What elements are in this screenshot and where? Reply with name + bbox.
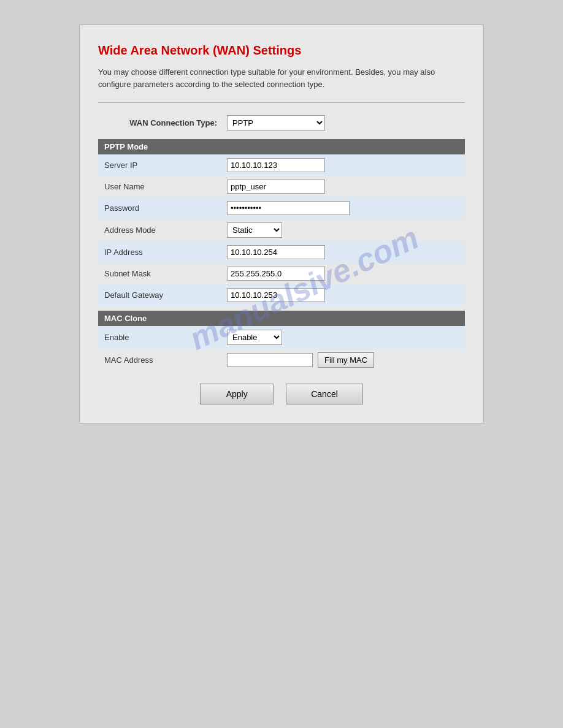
table-row: Server IP: [98, 154, 465, 176]
divider: [98, 102, 465, 103]
ip-address-label: IP Address: [98, 241, 221, 263]
table-row: Default Gateway: [98, 284, 465, 306]
password-input[interactable]: [227, 201, 350, 215]
user-name-label: User Name: [98, 176, 221, 197]
server-ip-label: Server IP: [98, 154, 221, 176]
wan-connection-type-label: WAN Connection Type:: [104, 118, 227, 127]
table-row: MAC Address Fill my MAC: [98, 349, 465, 371]
mac-clone-table: Enable Enable Disable MAC Address: [98, 326, 465, 371]
action-buttons-row: Apply Cancel: [98, 384, 465, 404]
fill-my-mac-button[interactable]: Fill my MAC: [318, 352, 374, 368]
wan-connection-type-select[interactable]: PPTP DHCP Static IP PPPoE L2TP: [227, 115, 325, 131]
mac-address-input[interactable]: [227, 353, 313, 367]
pptp-mode-table: Server IP User Name: [98, 154, 465, 306]
mac-address-label: MAC Address: [98, 349, 221, 371]
pptp-mode-header: PPTP Mode: [98, 139, 465, 154]
page-title: Wide Area Network (WAN) Settings: [98, 44, 465, 58]
mac-clone-header: MAC Clone: [98, 311, 465, 326]
subnet-mask-label: Subnet Mask: [98, 263, 221, 284]
wan-connection-type-row: WAN Connection Type: PPTP DHCP Static IP…: [98, 115, 465, 131]
enable-label: Enable: [98, 326, 221, 349]
cancel-button[interactable]: Cancel: [286, 384, 363, 404]
page-description: You may choose different connection type…: [98, 66, 465, 90]
server-ip-input[interactable]: [227, 158, 325, 172]
address-mode-select[interactable]: Static Dynamic: [227, 222, 282, 238]
enable-select[interactable]: Enable Disable: [227, 330, 282, 345]
table-row: Enable Enable Disable: [98, 326, 465, 349]
table-row: Address Mode Static Dynamic: [98, 219, 465, 241]
default-gateway-label: Default Gateway: [98, 284, 221, 306]
subnet-mask-input[interactable]: [227, 267, 325, 281]
apply-button[interactable]: Apply: [200, 384, 274, 404]
table-row: Password: [98, 197, 465, 219]
table-row: User Name: [98, 176, 465, 197]
address-mode-label: Address Mode: [98, 219, 221, 241]
default-gateway-input[interactable]: [227, 288, 325, 302]
table-row: Subnet Mask: [98, 263, 465, 284]
table-row: IP Address: [98, 241, 465, 263]
password-label: Password: [98, 197, 221, 219]
wan-settings-panel: Wide Area Network (WAN) Settings You may…: [79, 25, 484, 423]
user-name-input[interactable]: [227, 180, 325, 194]
ip-address-input[interactable]: [227, 245, 325, 259]
